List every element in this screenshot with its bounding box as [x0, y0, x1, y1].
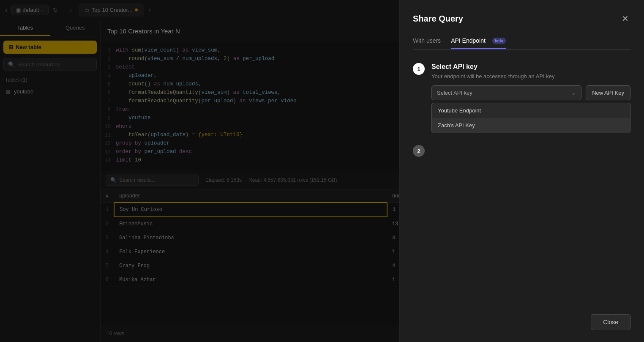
- sidebar-tab-tables[interactable]: Tables: [0, 20, 50, 36]
- api-key-row: Select API key ⌄ New API Key: [431, 85, 630, 100]
- db-selector[interactable]: ▣ default ⌄: [11, 5, 49, 15]
- step-2-number: 2: [413, 145, 425, 157]
- sidebar: Tables Queries ⊞ New table 🔍 Search reso…: [0, 20, 101, 342]
- results-search-placeholder: Search results...: [119, 177, 156, 183]
- cell-row-num: 6: [101, 273, 114, 287]
- share-tab-with-users[interactable]: With users: [413, 37, 441, 49]
- share-tab-api-endpoint[interactable]: API Endpoint beta: [451, 37, 506, 49]
- share-panel-close-button[interactable]: ✕: [620, 12, 630, 25]
- query-tab-label: Top 10 Creator...: [92, 7, 132, 13]
- step-1-content: Select API key Your endpoint will be acc…: [431, 63, 630, 133]
- share-panel-header: Share Query ✕: [413, 12, 630, 25]
- cell-uploader: Folk Experience: [114, 245, 387, 259]
- tables-section-title: Tables (1): [0, 74, 100, 85]
- search-resources-input[interactable]: 🔍 Search resources: [3, 58, 97, 71]
- cell-row-num: 4: [101, 245, 114, 259]
- table-plus-icon: ⊞: [8, 44, 13, 50]
- new-table-button[interactable]: ⊞ New table: [3, 41, 97, 54]
- cell-row-num: 2: [101, 217, 114, 231]
- unsaved-dot: [135, 8, 138, 11]
- sidebar-item-youtube[interactable]: ▦ youtube: [0, 85, 100, 98]
- step-1-desc: Your endpoint will be accessed through a…: [431, 73, 630, 79]
- cell-uploader: Galinha Pintadinha: [114, 231, 387, 245]
- new-table-label: New table: [16, 44, 41, 50]
- step-1-section: 1 Select API key Your endpoint will be a…: [413, 63, 630, 133]
- step-1-title: Select API key: [431, 63, 630, 71]
- dropdown-item-youtube[interactable]: Youtube Endpoint: [432, 103, 630, 118]
- cell-uploader: Crazy Frog: [114, 259, 387, 273]
- refresh-icon[interactable]: ↻: [51, 5, 60, 15]
- api-endpoint-label: API Endpoint: [451, 37, 486, 44]
- cell-row-num: 5: [101, 259, 114, 273]
- api-key-dropdown: Youtube Endpoint Zach's API Key: [431, 103, 630, 133]
- step-2-content: [431, 145, 630, 157]
- beta-badge: beta: [492, 38, 506, 44]
- cell-row-num: 1: [101, 202, 114, 217]
- cell-uploader: Músika Azhar: [114, 273, 387, 287]
- step-2-section: 2: [413, 145, 630, 157]
- db-chevron-icon: ⌄: [41, 8, 44, 12]
- db-icon: ▣: [16, 7, 21, 13]
- search-placeholder: Search resources: [17, 61, 60, 68]
- cell-row-num: 3: [101, 231, 114, 245]
- step-1-number: 1: [413, 63, 425, 75]
- sidebar-tab-queries[interactable]: Queries: [50, 20, 101, 36]
- read-stat: Read: 4,557,605,031 rows (151.15 GB): [248, 177, 337, 183]
- query-tab-icon: ▭: [85, 7, 89, 13]
- api-key-select[interactable]: Select API key ⌄: [431, 85, 581, 100]
- home-icon: ⌂: [70, 7, 73, 14]
- search-icon: 🔍: [8, 61, 15, 68]
- cell-uploader: EminemMusic: [114, 217, 387, 231]
- results-search-icon: 🔍: [110, 177, 117, 183]
- api-key-placeholder: Select API key: [437, 90, 472, 96]
- select-chevron-icon: ⌄: [572, 90, 576, 96]
- results-search-input[interactable]: 🔍 Search results...: [106, 175, 199, 186]
- col-header-num: #: [101, 189, 114, 202]
- home-tab[interactable]: ⌂: [65, 3, 78, 17]
- new-api-key-button[interactable]: New API Key: [586, 85, 630, 100]
- query-title: Top 10 Creators in Year N: [107, 27, 180, 35]
- cell-uploader: Soy Un Curioso: [114, 202, 387, 217]
- query-tab[interactable]: ▭ Top 10 Creator...: [79, 3, 144, 16]
- share-panel-title: Share Query: [413, 14, 463, 24]
- elapsed-stat: Elapsed: 5.153s: [205, 177, 242, 183]
- nav-back-icon[interactable]: ‹: [3, 5, 9, 16]
- close-button[interactable]: Close: [591, 314, 630, 330]
- topbar-left: ‹ ▣ default ⌄ ↻: [3, 5, 60, 16]
- db-name: default: [22, 7, 39, 13]
- col-header-uploader: uploader: [114, 189, 387, 202]
- total-rows: 10 rows: [106, 331, 124, 337]
- new-tab-button[interactable]: +: [144, 4, 156, 16]
- sidebar-tabs: Tables Queries: [0, 20, 100, 36]
- share-query-panel: Share Query ✕ With users API Endpoint be…: [399, 0, 644, 342]
- table-icon: ▦: [6, 89, 11, 95]
- share-tabs: With users API Endpoint beta: [413, 37, 630, 49]
- dropdown-item-zach[interactable]: Zach's API Key: [432, 118, 630, 133]
- table-item-label: youtube: [14, 88, 33, 95]
